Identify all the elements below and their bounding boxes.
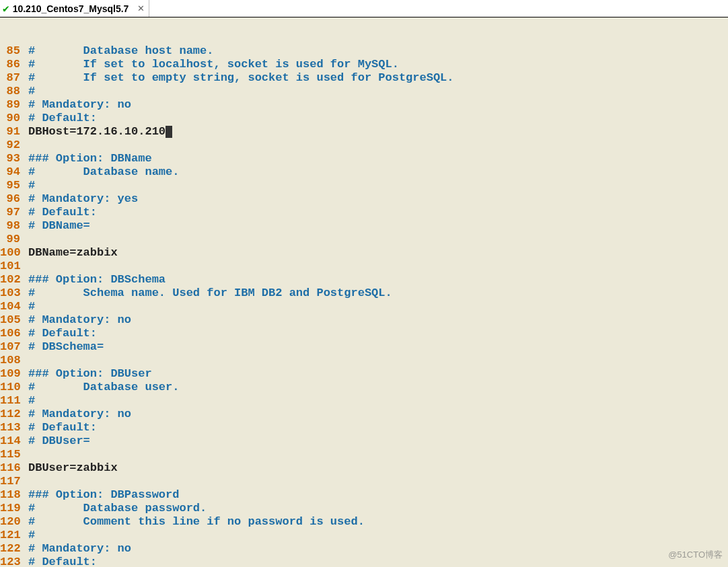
line-text: # Schema name. Used for IBM DB2 and Post… <box>20 287 392 300</box>
code-line: 85# Database host name. <box>0 44 728 58</box>
code-line: 103# Schema name. Used for IBM DB2 and P… <box>0 287 728 300</box>
line-text <box>20 139 28 152</box>
line-text: # DBUser= <box>20 434 90 448</box>
line-number: 87 <box>0 71 20 85</box>
line-number: 109 <box>0 367 20 381</box>
code-line: 105# Mandatory: no <box>0 313 728 327</box>
line-text: DBUser=zabbix <box>20 461 118 475</box>
line-text <box>20 475 28 488</box>
line-number: 99 <box>0 233 20 246</box>
tab-bar-empty <box>149 0 728 17</box>
line-number: 93 <box>0 152 20 165</box>
line-number: 96 <box>0 192 20 206</box>
line-number: 117 <box>0 475 20 488</box>
line-text: # DBSchema= <box>20 340 104 354</box>
connected-icon: ✔ <box>3 2 9 15</box>
line-number: 113 <box>0 421 20 434</box>
line-number: 116 <box>0 461 20 475</box>
line-number: 122 <box>0 542 20 556</box>
code-line: 111# <box>0 394 728 408</box>
code-line: 92 <box>0 139 728 152</box>
line-text: # Database user. <box>20 381 179 394</box>
line-text: DBHost=172.16.10.210 <box>20 125 172 139</box>
code-line: 87# If set to empty string, socket is us… <box>0 71 728 85</box>
line-number: 119 <box>0 502 20 515</box>
line-text: # Database host name. <box>20 44 213 58</box>
line-number: 86 <box>0 58 20 71</box>
line-text <box>20 448 28 461</box>
line-text: # <box>20 300 35 313</box>
code-line: 94# Database name. <box>0 165 728 179</box>
line-text <box>20 233 28 246</box>
line-number: 90 <box>0 112 20 125</box>
line-number: 91 <box>0 125 20 139</box>
line-text: # Default: <box>20 206 97 219</box>
line-text: ### Option: DBName <box>20 152 152 165</box>
code-line: 106# Default: <box>0 327 728 340</box>
line-number: 104 <box>0 300 20 313</box>
line-number: 102 <box>0 273 20 287</box>
line-number: 88 <box>0 85 20 98</box>
line-number: 97 <box>0 206 20 219</box>
code-line: 123# Default: <box>0 556 728 567</box>
line-text: # Mandatory: no <box>20 542 131 556</box>
code-line: 98# DBName= <box>0 219 728 233</box>
close-icon[interactable]: ✕ <box>137 3 145 13</box>
code-line: 91DBHost=172.16.10.210 <box>0 125 728 139</box>
line-number: 95 <box>0 179 20 192</box>
line-text: # Default: <box>20 112 97 125</box>
code-line: 121# <box>0 529 728 542</box>
line-text: # If set to empty string, socket is used… <box>20 71 454 85</box>
code-line: 99 <box>0 233 728 246</box>
line-text: # Database password. <box>20 502 207 515</box>
line-number: 98 <box>0 219 20 233</box>
line-text <box>20 260 28 273</box>
code-line: 97# Default: <box>0 206 728 219</box>
line-number: 103 <box>0 287 20 300</box>
line-text: ### Option: DBSchema <box>20 273 166 287</box>
watermark: @51CTO博客 <box>668 548 723 562</box>
code-line: 107# DBSchema= <box>0 340 728 354</box>
line-number: 106 <box>0 327 20 340</box>
code-line: 90# Default: <box>0 112 728 125</box>
code-line: 116DBUser=zabbix <box>0 461 728 475</box>
terminal-tab[interactable]: ✔ 10.210_Centos7_Mysql5.7 ✕ <box>0 0 149 17</box>
code-line: 86# If set to localhost, socket is used … <box>0 58 728 71</box>
code-line: 122# Mandatory: no <box>0 542 728 556</box>
line-number: 107 <box>0 340 20 354</box>
line-number: 101 <box>0 260 20 273</box>
line-text: # <box>20 529 35 542</box>
code-line: 118### Option: DBPassword <box>0 488 728 502</box>
code-line: 104# <box>0 300 728 313</box>
code-line: 117 <box>0 475 728 488</box>
line-text: # Mandatory: no <box>20 98 131 112</box>
editor-area[interactable]: 85# Database host name.86# If set to loc… <box>0 17 728 567</box>
line-number: 114 <box>0 434 20 448</box>
cursor-icon <box>166 126 172 138</box>
line-text: # Default: <box>20 327 97 340</box>
line-text: # Default: <box>20 421 97 434</box>
line-number: 115 <box>0 448 20 461</box>
line-text: # Comment this line if no password is us… <box>20 515 365 529</box>
line-text: # <box>20 85 35 98</box>
line-number: 105 <box>0 313 20 327</box>
line-text: # DBName= <box>20 219 90 233</box>
code-line: 101 <box>0 260 728 273</box>
line-number: 121 <box>0 529 20 542</box>
code-line: 100DBName=zabbix <box>0 246 728 260</box>
code-line: 120# Comment this line if no password is… <box>0 515 728 529</box>
line-text: # Database name. <box>20 165 179 179</box>
line-text: # Mandatory: no <box>20 408 131 421</box>
code-line: 95# <box>0 179 728 192</box>
line-number: 92 <box>0 139 20 152</box>
code-line: 115 <box>0 448 728 461</box>
code-line: 88# <box>0 85 728 98</box>
line-text: # <box>20 394 35 408</box>
line-number: 120 <box>0 515 20 529</box>
line-text <box>20 354 28 367</box>
line-number: 100 <box>0 246 20 260</box>
code-line: 102### Option: DBSchema <box>0 273 728 287</box>
code-line: 113# Default: <box>0 421 728 434</box>
tab-title: 10.210_Centos7_Mysql5.7 <box>13 3 129 14</box>
line-number: 94 <box>0 165 20 179</box>
